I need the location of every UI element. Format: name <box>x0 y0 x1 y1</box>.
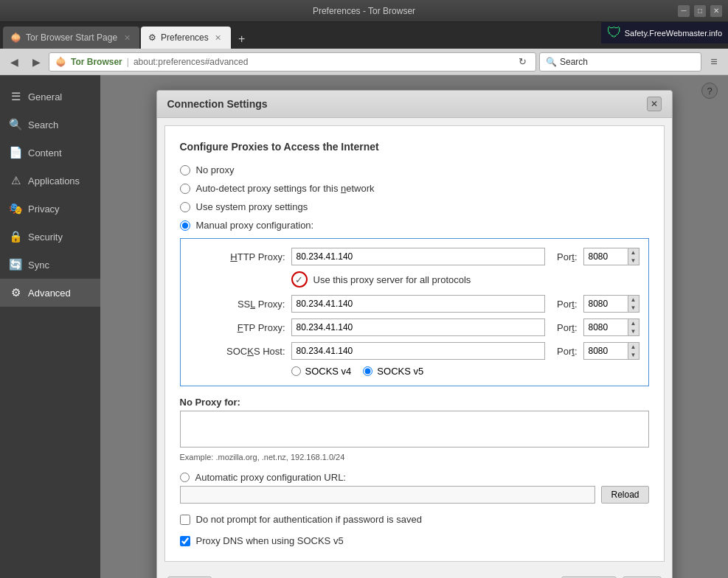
sidebar-item-sync[interactable]: 🔄 Sync <box>0 251 100 279</box>
ftp-port-spinner: ▲ ▼ <box>628 318 639 336</box>
socks-port-up[interactable]: ▲ <box>628 343 639 351</box>
privacy-icon: 🎭 <box>9 202 22 215</box>
manual-proxy-box: HTTP Proxy: Port: ▲ ▼ <box>180 238 649 386</box>
sidebar-item-privacy-label: Privacy <box>28 203 60 215</box>
socks4-radio[interactable] <box>291 366 301 376</box>
address-tor-icon: 🧅 <box>55 57 66 67</box>
back-button[interactable]: ◀ <box>4 52 24 72</box>
menu-button[interactable]: ≡ <box>704 52 724 72</box>
main-content: ☰ General 🔍 Search 📄 Content ⚠ Applicati… <box>0 75 728 578</box>
sidebar-item-content-label: Content <box>28 147 62 159</box>
socks5-radio[interactable] <box>363 366 372 376</box>
sidebar-item-privacy[interactable]: 🎭 Privacy <box>0 195 100 223</box>
address-bar[interactable]: 🧅 Tor Browser | about:preferences#advanc… <box>49 52 536 72</box>
no-proxy-option[interactable]: No proxy <box>180 164 649 175</box>
ssl-port-down[interactable]: ▼ <box>628 304 639 312</box>
socks-port-spinner: ▲ ▼ <box>628 342 639 360</box>
http-port-input[interactable] <box>583 248 628 265</box>
ftp-proxy-label: FTP Proxy: <box>190 322 285 333</box>
ssl-port-label: Port: <box>557 299 577 310</box>
auto-proxy-label-text: Automatic proxy configuration URL: <box>195 472 346 483</box>
general-icon: ☰ <box>9 90 22 103</box>
socks-port-down[interactable]: ▼ <box>628 351 639 359</box>
new-tab-button[interactable]: + <box>232 29 252 49</box>
system-proxy-radio[interactable] <box>180 202 190 212</box>
dialog-title: Connection Settings <box>167 98 268 110</box>
no-proxy-label: No proxy <box>196 164 235 175</box>
sidebar-item-general[interactable]: ☰ General <box>0 83 100 111</box>
sidebar-item-content[interactable]: 📄 Content <box>0 139 100 167</box>
preferences-tab-icon: ⚙ <box>148 32 156 43</box>
sidebar-item-general-label: General <box>28 91 62 102</box>
window-close-button[interactable]: ✕ <box>710 5 722 17</box>
tab-preferences[interactable]: ⚙ Preferences ✕ <box>141 27 231 49</box>
socks5-option[interactable]: SOCKS v5 <box>363 366 423 377</box>
dialog-footer: Help Cancel OK <box>157 569 672 578</box>
ssl-port-up[interactable]: ▲ <box>628 296 639 304</box>
search-bar-icon: 🔍 <box>546 57 557 67</box>
auto-detect-radio[interactable] <box>180 184 190 194</box>
address-url: about:preferences#advanced <box>134 57 248 67</box>
search-bar[interactable]: 🔍 Search <box>539 52 701 72</box>
http-port-up[interactable]: ▲ <box>628 248 639 257</box>
sidebar-item-search-label: Search <box>28 119 58 130</box>
search-icon: 🔍 <box>9 118 22 131</box>
security-icon: 🔒 <box>9 230 22 243</box>
auto-proxy-url-input[interactable] <box>180 486 596 504</box>
auto-detect-label: Auto-detect proxy settings for this netw… <box>196 183 375 194</box>
minimize-button[interactable]: ─ <box>678 5 690 17</box>
dns-checkbox[interactable] <box>180 536 190 546</box>
manual-proxy-radio[interactable] <box>180 220 190 231</box>
system-proxy-option[interactable]: Use system proxy settings <box>180 201 649 212</box>
socks-port-group: ▲ ▼ <box>583 342 639 360</box>
socks-port-label: Port: <box>557 346 577 357</box>
http-proxy-input[interactable] <box>291 248 546 265</box>
safety-badge: 🛡 Safety.FreeWebmaster.info <box>601 22 728 43</box>
ftp-port-up[interactable]: ▲ <box>628 319 639 327</box>
auto-proxy-radio-label[interactable]: Automatic proxy configuration URL: <box>180 472 649 483</box>
ssl-port-input[interactable] <box>583 295 628 313</box>
sidebar-item-security[interactable]: 🔒 Security <box>0 223 100 251</box>
ftp-proxy-input[interactable] <box>291 318 546 336</box>
tab-tor-start[interactable]: 🧅 Tor Browser Start Page ✕ <box>3 27 139 49</box>
ssl-proxy-label: SSL Proxy: <box>190 299 285 310</box>
refresh-button[interactable]: ↻ <box>515 55 530 69</box>
forward-button[interactable]: ▶ <box>27 52 46 72</box>
ftp-port-down[interactable]: ▼ <box>628 327 639 335</box>
http-proxy-label: HTTP Proxy: <box>190 251 285 262</box>
dialog-close-button[interactable]: ✕ <box>647 97 662 111</box>
connection-settings-dialog: Connection Settings ✕ Configure Proxies … <box>156 90 673 578</box>
maximize-button[interactable]: □ <box>694 5 706 17</box>
no-proxy-radio[interactable] <box>180 165 190 175</box>
window-title: Preferences - Tor Browser <box>313 6 415 16</box>
ftp-port-input[interactable] <box>583 318 628 336</box>
dialog-body: Configure Proxies to Access the Internet… <box>164 125 665 562</box>
sidebar-item-search[interactable]: 🔍 Search <box>0 111 100 139</box>
advanced-icon: ⚙ <box>9 286 22 299</box>
socks4-option[interactable]: SOCKS v4 <box>291 366 352 377</box>
dialog-section-title: Configure Proxies to Access the Internet <box>180 141 649 153</box>
socks-host-input[interactable] <box>291 342 546 360</box>
auto-proxy-radio[interactable] <box>180 473 190 482</box>
preferences-tab-close[interactable]: ✕ <box>213 32 223 43</box>
ssl-proxy-input[interactable] <box>291 295 546 313</box>
reload-button[interactable]: Reload <box>601 486 648 504</box>
sidebar-item-advanced[interactable]: ⚙ Advanced <box>0 279 100 307</box>
no-proxy-textarea[interactable] <box>180 411 649 448</box>
address-domain: Tor Browser <box>71 57 122 67</box>
auto-detect-option[interactable]: Auto-detect proxy settings for this netw… <box>180 183 649 194</box>
auth-checkbox[interactable] <box>180 515 190 525</box>
manual-proxy-option[interactable]: Manual proxy configuration: <box>180 220 649 231</box>
auto-proxy-input-row: Reload <box>180 486 649 504</box>
ftp-port-group: ▲ ▼ <box>583 318 639 336</box>
applications-icon: ⚠ <box>9 174 22 187</box>
ssl-port-group: ▲ ▼ <box>583 295 639 313</box>
tor-start-tab-close[interactable]: ✕ <box>122 32 132 43</box>
socks-port-input[interactable] <box>583 342 628 360</box>
safety-badge-text: Safety.FreeWebmaster.info <box>625 29 722 38</box>
http-port-down[interactable]: ▼ <box>628 257 639 265</box>
sidebar-item-applications[interactable]: ⚠ Applications <box>0 167 100 195</box>
preferences-tab-label: Preferences <box>161 32 209 43</box>
use-proxy-all-row: ✓ Use this proxy server for all protocol… <box>291 271 639 288</box>
dns-checkbox-label: Proxy DNS when using SOCKS v5 <box>196 535 344 546</box>
